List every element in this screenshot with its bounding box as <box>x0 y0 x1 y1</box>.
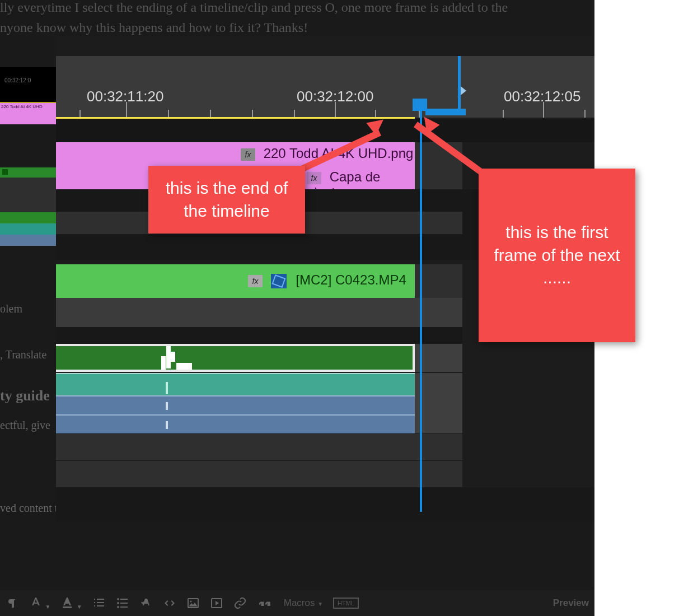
video-track-v3[interactable]: fx 220 Todd AI 4K UHD.png <box>56 142 415 166</box>
side-text-moved: ved content t <box>0 502 58 515</box>
link-icon[interactable] <box>233 596 247 610</box>
numbered-list-icon[interactable] <box>92 596 106 610</box>
thumb-clip1: 220 Todd AI 4K UHD <box>0 103 56 124</box>
audio-track-a1[interactable] <box>56 346 413 370</box>
image-icon[interactable] <box>186 596 200 610</box>
track-gap-top <box>56 119 594 142</box>
bullet-list-icon[interactable] <box>116 596 129 610</box>
side-text-respectful: ectful, give <box>0 419 50 432</box>
svg-point-1 <box>117 598 119 600</box>
video-icon[interactable] <box>210 596 223 610</box>
timeline-thumbnail: 00:32:12:0 220 Todd AI 4K UHD <box>0 67 56 280</box>
ruler-time-3: 00:32:12:05 <box>504 88 580 105</box>
quote-icon[interactable] <box>257 595 274 612</box>
playhead-chevron-icon <box>461 86 466 95</box>
timeline-ruler[interactable]: 00:32:11:20 00:32:12:00 00:32:12:05 <box>56 56 594 118</box>
font-color-dropdown[interactable]: ▼ <box>60 595 82 611</box>
playhead-marker-top[interactable] <box>458 56 461 112</box>
empty-audio-row2 <box>56 460 462 487</box>
macros-dropdown[interactable]: Macros ▼ <box>284 598 323 609</box>
spellcheck-icon[interactable] <box>139 596 153 610</box>
post-body-line1: lly everytime I select the ending of a t… <box>0 0 588 15</box>
video-track-v1[interactable]: fx [MC2] C0423.MP4 <box>56 264 415 298</box>
font-size-dropdown[interactable]: ▼ <box>29 595 50 611</box>
paragraph-icon[interactable] <box>6 596 19 610</box>
svg-rect-0 <box>63 606 72 608</box>
post-body-line2: nyone know why this happens and how to f… <box>0 20 308 35</box>
audio-track-a4[interactable] <box>56 414 415 433</box>
code-icon[interactable] <box>163 596 176 610</box>
empty-audio-row1 <box>56 433 462 460</box>
side-text-translate: , Translate <box>0 348 46 361</box>
annotation-end-timeline: this is the end of the timeline <box>148 166 305 234</box>
thumb-timecode: 00:32:12:0 <box>0 67 56 94</box>
empty-track-gap <box>56 327 462 344</box>
multicam-icon <box>271 274 287 288</box>
audio-track-a3[interactable] <box>56 395 415 414</box>
editor-toolbar: ▼ ▼ Macros ▼ HTML Preview <box>0 590 594 616</box>
html-button[interactable]: HTML <box>333 598 359 609</box>
svg-point-3 <box>117 606 119 608</box>
track-gap-bottom <box>56 487 594 521</box>
ruler-time-1: 00:32:11:20 <box>87 88 163 105</box>
clip-name-3: [MC2] C0423.MP4 <box>296 272 406 287</box>
fx-badge-icon: fx <box>241 148 255 161</box>
side-text-guidelines: ty guide <box>0 388 50 404</box>
audio-track-a2[interactable] <box>56 373 415 395</box>
side-text-problem: olem <box>0 302 22 315</box>
empty-track-row <box>56 298 462 327</box>
annotation-first-frame: this is the first frame of the next ....… <box>479 169 635 342</box>
fx-badge-icon: fx <box>307 172 321 184</box>
fx-badge-icon: fx <box>248 275 263 287</box>
fx-icon <box>2 169 8 175</box>
svg-point-5 <box>190 601 191 603</box>
svg-point-2 <box>117 602 119 604</box>
preview-button[interactable]: Preview <box>553 598 589 609</box>
playhead-line[interactable] <box>420 103 422 512</box>
